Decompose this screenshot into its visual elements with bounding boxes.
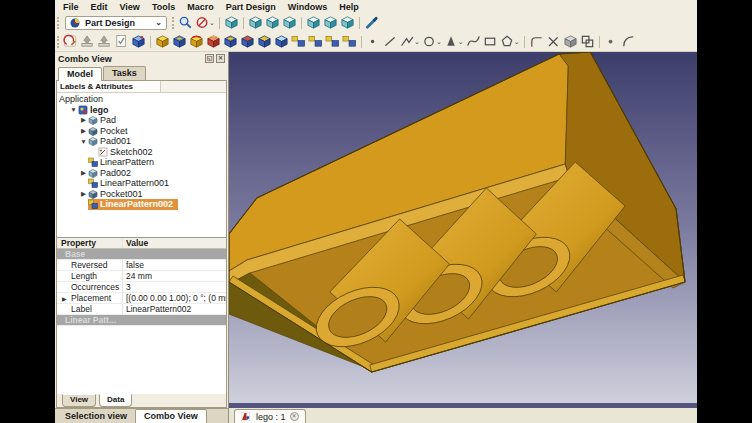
3d-viewport[interactable] (229, 52, 697, 403)
tree-item-lego[interactable]: ▼lego (57, 105, 226, 116)
polygon-dropdown-caret[interactable]: ⌄ (514, 38, 520, 46)
chamfer-icon[interactable] (256, 34, 273, 50)
property-value[interactable]: [(0.00 0.00 1.00); 0 °; (0 mm 0 mm 0 ... (123, 293, 226, 303)
tree-item-label: Sketch002 (110, 147, 155, 157)
expander-icon[interactable]: ▶ (62, 295, 71, 302)
close-panel-button[interactable]: ✕ (216, 54, 225, 63)
property-row-occurrences: Occurrences3 (57, 282, 226, 293)
expander-icon[interactable]: ▼ (69, 106, 78, 113)
document-tab-lego[interactable]: lego : 1 ✕ (234, 409, 306, 423)
view-bottom-icon[interactable] (322, 15, 339, 31)
tree-item-pocket001[interactable]: ▶Pocket001 (57, 189, 226, 200)
close-document-icon[interactable]: ✕ (290, 412, 299, 421)
toolbar-grip[interactable] (57, 36, 60, 48)
view-front-icon[interactable] (247, 15, 264, 31)
validate-sketch-icon[interactable] (113, 34, 130, 50)
tree-item-label: Pad (100, 115, 118, 125)
tree-item-pocket[interactable]: ▶Pocket (57, 126, 226, 137)
view-rear-icon[interactable] (305, 15, 322, 31)
expander-icon[interactable]: ▶ (79, 116, 88, 124)
property-value[interactable]: 3 (123, 282, 226, 292)
revolution-icon[interactable] (188, 34, 205, 50)
toolbar-grip[interactable] (57, 17, 60, 29)
draft-icon[interactable] (273, 34, 290, 50)
groove-icon[interactable] (205, 34, 222, 50)
edit-sketch-icon[interactable] (79, 34, 96, 50)
dock-tab-selection-view[interactable]: Selection view (57, 410, 135, 423)
tree-header-label: Labels & Attributes (57, 81, 161, 92)
tree-item-label: Application (59, 94, 105, 104)
toolbar-grip[interactable] (172, 17, 175, 29)
sketch-icon (98, 147, 108, 157)
fit-all-icon[interactable] (177, 15, 194, 31)
menu-macro[interactable]: Macro (181, 2, 220, 12)
conics-dropdown-caret[interactable]: ⌄ (458, 38, 464, 46)
carbon-copy-icon[interactable] (579, 34, 596, 50)
b-spline-icon[interactable] (465, 34, 482, 50)
polar-pattern-icon[interactable] (324, 34, 341, 50)
map-sketch-icon[interactable] (96, 34, 113, 50)
property-group-base[interactable]: Base (57, 249, 226, 260)
property-value[interactable]: LinearPattern002 (123, 304, 226, 314)
fillet-sketch-icon[interactable] (528, 34, 545, 50)
draw-style-dropdown-caret[interactable]: ⌄ (209, 19, 215, 27)
view-top-icon[interactable] (264, 15, 281, 31)
dock-tab-combo-view[interactable]: Combo View (135, 409, 207, 423)
tree-item-application[interactable]: Application (57, 94, 226, 105)
tree-item-linearpattern001[interactable]: LinearPattern001 (57, 178, 226, 189)
model-tree: Application▼lego▶Pad▶Pocket▼Pad001Sketch… (57, 93, 226, 237)
line-icon[interactable] (382, 34, 399, 50)
arc-icon[interactable] (620, 34, 637, 50)
dock-tab-bar: Selection viewCombo View (55, 408, 228, 423)
toggle-construction-icon[interactable] (603, 34, 620, 50)
create-body-icon[interactable] (130, 34, 147, 50)
point-icon[interactable] (365, 34, 382, 50)
fillet-icon[interactable] (239, 34, 256, 50)
tree-item-linearpattern[interactable]: LinearPattern (57, 157, 226, 168)
multi-transform-icon[interactable] (341, 34, 358, 50)
tab-tasks[interactable]: Tasks (103, 66, 146, 80)
pocket-icon[interactable] (171, 34, 188, 50)
property-value[interactable]: 24 mm (123, 271, 226, 281)
rectangle-icon[interactable] (482, 34, 499, 50)
expander-icon[interactable]: ▼ (79, 138, 88, 145)
workbench-selector[interactable]: Part Design ⌄ (65, 16, 167, 30)
trim-icon[interactable] (545, 34, 562, 50)
pocket-icon (88, 189, 98, 199)
polyline-dropdown-caret[interactable]: ⌄ (414, 38, 420, 46)
tree-item-linearpattern002[interactable]: LinearPattern002 (57, 199, 226, 210)
circle-dropdown-caret[interactable]: ⌄ (436, 38, 442, 46)
menu-part-design[interactable]: Part Design (220, 2, 282, 12)
external-geometry-icon[interactable] (562, 34, 579, 50)
view-right-icon[interactable] (281, 15, 298, 31)
view-axonometric-icon[interactable] (223, 15, 240, 31)
tree-item-sketch002[interactable]: Sketch002 (57, 147, 226, 158)
toolbar-separator (361, 36, 362, 48)
property-value[interactable]: false (123, 260, 226, 270)
tree-item-pad001[interactable]: ▼Pad001 (57, 136, 226, 147)
menu-file[interactable]: File (57, 2, 85, 12)
tree-item-pad002[interactable]: ▶Pad002 (57, 168, 226, 179)
pad-icon[interactable] (154, 34, 171, 50)
hole-icon[interactable] (222, 34, 239, 50)
create-sketch-icon[interactable] (62, 34, 79, 50)
mirrored-icon[interactable] (290, 34, 307, 50)
tab-view[interactable]: View (62, 394, 96, 407)
toolbar-separator (301, 17, 302, 29)
expander-icon[interactable]: ▶ (79, 127, 88, 135)
property-group-linear-patt-[interactable]: Linear Patt... (57, 315, 226, 326)
menu-view[interactable]: View (114, 2, 146, 12)
tab-data[interactable]: Data (99, 394, 132, 407)
float-panel-button[interactable]: ◱ (205, 54, 214, 63)
measure-distance-icon[interactable] (363, 15, 380, 31)
view-left-icon[interactable] (339, 15, 356, 31)
tree-item-pad[interactable]: ▶Pad (57, 115, 226, 126)
expander-icon[interactable]: ▶ (79, 190, 88, 198)
menu-edit[interactable]: Edit (85, 2, 114, 12)
menu-windows[interactable]: Windows (282, 2, 333, 12)
expander-icon[interactable]: ▶ (79, 169, 88, 177)
linear-pattern-icon[interactable] (307, 34, 324, 50)
menu-help[interactable]: Help (333, 2, 365, 12)
menu-tools[interactable]: Tools (146, 2, 181, 12)
tab-model[interactable]: Model (58, 67, 102, 81)
